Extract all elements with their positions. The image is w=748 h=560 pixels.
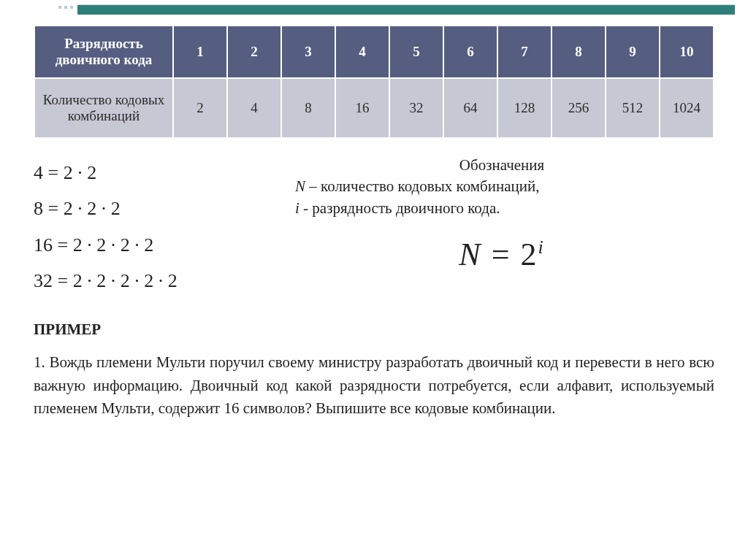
equation-line: 8 = 2 · 2 · 2 [34,191,267,226]
n-desc: – количество кодовых комбинаций, [305,177,539,195]
formula-n: N [459,237,481,272]
comb-cell: 32 [389,78,443,138]
notation-title: Обозначения [289,155,714,176]
equation-line: 16 = 2 · 2 · 2 · 2 [34,227,267,263]
example-block: ПРИМЕР 1. Вождь племени Мульти поручил с… [34,318,714,421]
bits-cell: 6 [443,26,497,78]
row2-label: Количество кодовых комбинаций [34,78,173,138]
example-heading: ПРИМЕР [34,318,714,342]
n-symbol: N [295,177,305,195]
example-body: 1. Вождь племени Мульти поручил своему м… [34,351,714,421]
bits-cell: 8 [552,26,606,78]
comb-cell: 1024 [660,78,714,138]
formula-exponent: i [538,237,544,258]
bits-cell: 10 [660,26,714,78]
bits-cell: 5 [389,26,443,78]
comb-cell: 4 [227,78,281,138]
bits-cell: 9 [606,26,660,78]
bits-cell: 2 [227,26,281,78]
equation-line: 32 = 2 · 2 · 2 · 2 · 2 [34,263,267,299]
binary-code-table: Разрядность двоичного кода 1 2 3 4 5 6 7… [34,25,714,139]
accent-bar [77,4,735,15]
comb-cell: 16 [335,78,389,138]
comb-cell: 512 [606,78,660,138]
equation-line: 4 = 2 · 2 [34,155,267,191]
bits-cell: 3 [281,26,335,78]
comb-cell: 128 [497,78,552,138]
bits-cell: 7 [497,26,552,78]
i-desc: - разрядность двоичного кода. [299,199,500,217]
comb-cell: 256 [552,78,606,138]
main-formula: N = 2i [289,232,714,277]
bits-cell: 4 [335,26,389,78]
comb-cell: 64 [443,78,497,138]
notation-i-line: i - разрядность двоичного кода. [289,198,714,219]
notation-n-line: N – количество кодовых комбинаций, [289,176,714,197]
factor-equations: 4 = 2 · 2 8 = 2 · 2 · 2 16 = 2 · 2 · 2 ·… [34,155,267,299]
comb-cell: 8 [281,78,335,138]
comb-cell: 2 [173,78,227,138]
formula-eq: = 2 [482,237,538,272]
notation-block: Обозначения N – количество кодовых комби… [289,155,714,299]
bits-cell: 1 [173,26,227,78]
slide-top-accent [0,0,748,20]
row1-label: Разрядность двоичного кода [34,26,173,78]
accent-dots [58,4,73,20]
